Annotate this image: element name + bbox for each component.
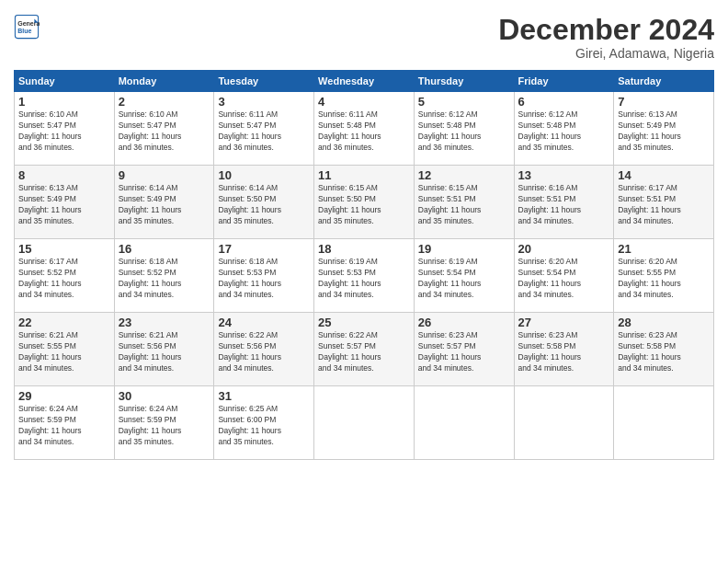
- calendar-cell: 4Sunrise: 6:11 AM Sunset: 5:48 PM Daylig…: [314, 92, 415, 166]
- weekday-header-friday: Friday: [514, 71, 614, 92]
- day-number: 2: [119, 95, 210, 109]
- day-number: 23: [119, 316, 210, 329]
- header: General Blue December 2024 Girei, Adamaw…: [14, 14, 714, 61]
- weekday-header-tuesday: Tuesday: [214, 71, 314, 92]
- calendar-cell: 6Sunrise: 6:12 AM Sunset: 5:48 PM Daylig…: [514, 92, 614, 166]
- day-number: 5: [418, 95, 510, 109]
- calendar-cell: 11Sunrise: 6:15 AM Sunset: 5:50 PM Dayli…: [314, 166, 415, 239]
- day-number: 18: [318, 242, 410, 256]
- calendar-cell: 20Sunrise: 6:20 AM Sunset: 5:54 PM Dayli…: [514, 239, 614, 313]
- day-number: 25: [318, 316, 410, 329]
- day-number: 19: [418, 242, 510, 256]
- day-info: Sunrise: 6:12 AM Sunset: 5:48 PM Dayligh…: [518, 109, 610, 154]
- day-info: Sunrise: 6:23 AM Sunset: 5:58 PM Dayligh…: [518, 330, 610, 374]
- day-info: Sunrise: 6:15 AM Sunset: 5:51 PM Dayligh…: [418, 183, 510, 227]
- day-number: 14: [618, 168, 710, 182]
- day-info: Sunrise: 6:21 AM Sunset: 5:55 PM Dayligh…: [18, 330, 110, 374]
- day-info: Sunrise: 6:22 AM Sunset: 5:57 PM Dayligh…: [318, 330, 410, 374]
- calendar-title: December 2024: [498, 14, 714, 46]
- day-number: 7: [618, 95, 710, 109]
- day-number: 24: [218, 316, 310, 329]
- calendar-cell: 9Sunrise: 6:14 AM Sunset: 5:49 PM Daylig…: [114, 166, 214, 239]
- weekday-header-row: SundayMondayTuesdayWednesdayThursdayFrid…: [15, 71, 714, 92]
- title-block: December 2024 Girei, Adamawa, Nigeria: [498, 14, 714, 61]
- day-number: 6: [518, 95, 610, 109]
- calendar-cell: 21Sunrise: 6:20 AM Sunset: 5:55 PM Dayli…: [614, 239, 714, 313]
- calendar-cell: 3Sunrise: 6:11 AM Sunset: 5:47 PM Daylig…: [214, 92, 314, 166]
- calendar-cell: 1Sunrise: 6:10 AM Sunset: 5:47 PM Daylig…: [15, 92, 115, 166]
- day-info: Sunrise: 6:20 AM Sunset: 5:54 PM Dayligh…: [518, 257, 610, 301]
- calendar-week-row: 29Sunrise: 6:24 AM Sunset: 5:59 PM Dayli…: [15, 386, 714, 460]
- calendar-cell: 18Sunrise: 6:19 AM Sunset: 5:53 PM Dayli…: [314, 239, 415, 313]
- day-number: 15: [18, 242, 110, 256]
- day-info: Sunrise: 6:18 AM Sunset: 5:53 PM Dayligh…: [218, 257, 310, 301]
- calendar-body: 1Sunrise: 6:10 AM Sunset: 5:47 PM Daylig…: [15, 92, 714, 460]
- calendar-subtitle: Girei, Adamawa, Nigeria: [498, 46, 714, 61]
- calendar-cell: 12Sunrise: 6:15 AM Sunset: 5:51 PM Dayli…: [414, 166, 514, 239]
- day-info: Sunrise: 6:14 AM Sunset: 5:50 PM Dayligh…: [218, 183, 310, 227]
- weekday-header-monday: Monday: [114, 71, 214, 92]
- logo-icon: General Blue: [14, 14, 40, 40]
- svg-text:Blue: Blue: [17, 28, 31, 34]
- calendar-cell: 28Sunrise: 6:23 AM Sunset: 5:58 PM Dayli…: [614, 313, 714, 386]
- day-info: Sunrise: 6:17 AM Sunset: 5:52 PM Dayligh…: [18, 257, 110, 301]
- day-info: Sunrise: 6:15 AM Sunset: 5:50 PM Dayligh…: [318, 183, 410, 227]
- calendar-week-row: 15Sunrise: 6:17 AM Sunset: 5:52 PM Dayli…: [15, 239, 714, 313]
- day-number: 13: [518, 168, 610, 182]
- calendar-cell: [614, 386, 714, 460]
- day-number: 27: [518, 316, 610, 329]
- day-number: 22: [18, 316, 110, 329]
- day-info: Sunrise: 6:14 AM Sunset: 5:49 PM Dayligh…: [119, 183, 210, 227]
- day-info: Sunrise: 6:22 AM Sunset: 5:56 PM Dayligh…: [218, 330, 310, 374]
- calendar-cell: [414, 386, 514, 460]
- weekday-header-thursday: Thursday: [414, 71, 514, 92]
- calendar-cell: 25Sunrise: 6:22 AM Sunset: 5:57 PM Dayli…: [314, 313, 415, 386]
- day-info: Sunrise: 6:10 AM Sunset: 5:47 PM Dayligh…: [119, 109, 210, 154]
- calendar-cell: 7Sunrise: 6:13 AM Sunset: 5:49 PM Daylig…: [614, 92, 714, 166]
- day-number: 9: [119, 168, 210, 182]
- calendar-table: SundayMondayTuesdayWednesdayThursdayFrid…: [14, 70, 714, 460]
- weekday-header-sunday: Sunday: [15, 71, 115, 92]
- calendar-cell: 22Sunrise: 6:21 AM Sunset: 5:55 PM Dayli…: [15, 313, 115, 386]
- calendar-cell: 23Sunrise: 6:21 AM Sunset: 5:56 PM Dayli…: [114, 313, 214, 386]
- day-info: Sunrise: 6:19 AM Sunset: 5:53 PM Dayligh…: [318, 257, 410, 301]
- day-number: 20: [518, 242, 610, 256]
- day-number: 28: [618, 316, 710, 329]
- calendar-cell: [314, 386, 415, 460]
- calendar-cell: 14Sunrise: 6:17 AM Sunset: 5:51 PM Dayli…: [614, 166, 714, 239]
- day-number: 21: [618, 242, 710, 256]
- day-info: Sunrise: 6:21 AM Sunset: 5:56 PM Dayligh…: [119, 330, 210, 374]
- day-number: 10: [218, 168, 310, 182]
- calendar-week-row: 8Sunrise: 6:13 AM Sunset: 5:49 PM Daylig…: [15, 166, 714, 239]
- calendar-cell: 19Sunrise: 6:19 AM Sunset: 5:54 PM Dayli…: [414, 239, 514, 313]
- calendar-cell: 24Sunrise: 6:22 AM Sunset: 5:56 PM Dayli…: [214, 313, 314, 386]
- day-info: Sunrise: 6:24 AM Sunset: 5:59 PM Dayligh…: [18, 404, 110, 448]
- day-info: Sunrise: 6:23 AM Sunset: 5:57 PM Dayligh…: [418, 330, 510, 374]
- calendar-cell: 15Sunrise: 6:17 AM Sunset: 5:52 PM Dayli…: [15, 239, 115, 313]
- day-number: 4: [318, 95, 410, 109]
- calendar-cell: 30Sunrise: 6:24 AM Sunset: 5:59 PM Dayli…: [114, 386, 214, 460]
- weekday-header-saturday: Saturday: [614, 71, 714, 92]
- logo: General Blue: [14, 14, 40, 40]
- calendar-cell: 17Sunrise: 6:18 AM Sunset: 5:53 PM Dayli…: [214, 239, 314, 313]
- weekday-header-wednesday: Wednesday: [314, 71, 415, 92]
- day-info: Sunrise: 6:10 AM Sunset: 5:47 PM Dayligh…: [18, 109, 110, 154]
- day-number: 1: [18, 95, 110, 109]
- day-info: Sunrise: 6:23 AM Sunset: 5:58 PM Dayligh…: [618, 330, 710, 374]
- calendar-cell: 2Sunrise: 6:10 AM Sunset: 5:47 PM Daylig…: [114, 92, 214, 166]
- day-info: Sunrise: 6:20 AM Sunset: 5:55 PM Dayligh…: [618, 257, 710, 301]
- calendar-week-row: 1Sunrise: 6:10 AM Sunset: 5:47 PM Daylig…: [15, 92, 714, 166]
- day-number: 31: [218, 389, 310, 403]
- calendar-cell: 5Sunrise: 6:12 AM Sunset: 5:48 PM Daylig…: [414, 92, 514, 166]
- day-info: Sunrise: 6:24 AM Sunset: 5:59 PM Dayligh…: [119, 404, 210, 448]
- calendar-cell: [514, 386, 614, 460]
- day-info: Sunrise: 6:18 AM Sunset: 5:52 PM Dayligh…: [119, 257, 210, 301]
- day-number: 11: [318, 168, 410, 182]
- day-number: 3: [218, 95, 310, 109]
- calendar-cell: 16Sunrise: 6:18 AM Sunset: 5:52 PM Dayli…: [114, 239, 214, 313]
- day-number: 17: [218, 242, 310, 256]
- calendar-cell: 8Sunrise: 6:13 AM Sunset: 5:49 PM Daylig…: [15, 166, 115, 239]
- day-info: Sunrise: 6:13 AM Sunset: 5:49 PM Dayligh…: [18, 183, 110, 227]
- day-info: Sunrise: 6:12 AM Sunset: 5:48 PM Dayligh…: [418, 109, 510, 154]
- day-number: 12: [418, 168, 510, 182]
